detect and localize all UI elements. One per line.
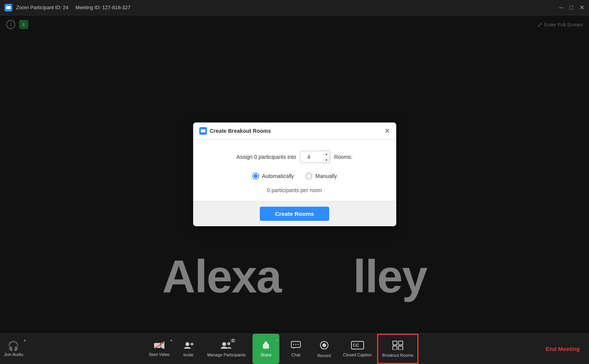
- participant-id: Zoom Participant ID: 24: [16, 5, 69, 10]
- svg-point-6: [222, 342, 226, 346]
- start-video-label: Start Video: [149, 352, 169, 357]
- manage-participants-icon: 1: [220, 341, 233, 351]
- closed-captions-label: Closed Caption: [343, 353, 372, 357]
- participants-count-badge: 1: [230, 339, 236, 343]
- share-label: Share: [260, 353, 271, 357]
- svg-point-15: [322, 343, 326, 347]
- title-bar: Zoom Participant ID: 24 Meeting ID: 127-…: [0, 0, 589, 15]
- manual-radio-circle: [305, 173, 312, 180]
- svg-point-12: [295, 344, 296, 345]
- join-audio-icon: 🎧: [8, 341, 19, 351]
- toolbar: 🎧 Join Audio ▲ Start Video ▲: [0, 333, 589, 364]
- svg-rect-8: [263, 344, 269, 349]
- join-audio-label: Join Audio: [4, 352, 23, 357]
- assign-label: Assign 0 participants into: [236, 154, 296, 160]
- chat-icon: [291, 341, 301, 351]
- auto-radio-dot: [254, 174, 258, 178]
- auto-radio-label: Automatically: [262, 173, 294, 179]
- svg-rect-21: [399, 346, 403, 350]
- participants-per-room: 0 participants per room: [208, 187, 381, 193]
- create-rooms-button[interactable]: Create Rooms: [260, 207, 330, 221]
- manage-participants-button[interactable]: 1 Manage Participants: [203, 334, 249, 364]
- toolbar-center: Start Video ▲ Invite: [27, 334, 536, 364]
- svg-point-11: [293, 344, 294, 345]
- rooms-stepper: ▲ ▼: [300, 150, 330, 163]
- record-label: Record: [317, 353, 331, 358]
- svg-rect-20: [393, 346, 397, 350]
- svg-marker-9: [264, 341, 268, 344]
- record-button[interactable]: Record: [311, 334, 338, 364]
- auto-radio-circle: [252, 173, 259, 180]
- svg-point-13: [297, 344, 299, 345]
- invite-icon: [183, 341, 194, 351]
- dialog-footer: Create Rooms: [193, 201, 396, 226]
- rooms-label: Rooms:: [334, 154, 353, 160]
- chat-button[interactable]: Chat: [282, 334, 309, 364]
- meeting-id: Meeting ID: 127-816-327: [75, 5, 131, 10]
- svg-point-3: [185, 342, 189, 346]
- stepper-buttons: ▲ ▼: [323, 150, 330, 163]
- manual-radio-label: Manually: [315, 173, 337, 179]
- record-icon: [319, 340, 329, 352]
- modal-overlay: Create Breakout Rooms ✕ Assign 0 partici…: [0, 15, 589, 333]
- title-bar-left: Zoom Participant ID: 24 Meeting ID: 127-…: [5, 4, 130, 11]
- zoom-logo: [5, 4, 12, 11]
- minimize-button[interactable]: ─: [559, 5, 563, 11]
- invite-label: Invite: [184, 353, 194, 357]
- manually-option[interactable]: Manually: [305, 173, 337, 180]
- title-bar-controls: ─ □ ✕: [559, 5, 584, 11]
- dialog-zoom-logo: [199, 127, 207, 135]
- title-text: Zoom Participant ID: 24 Meeting ID: 127-…: [16, 5, 130, 10]
- svg-point-7: [227, 342, 230, 345]
- assign-row: Assign 0 participants into ▲ ▼ Rooms:: [208, 150, 381, 163]
- share-chevron: ▲: [276, 338, 279, 342]
- manage-participants-label: Manage Participants: [207, 353, 246, 357]
- breakout-rooms-icon: [392, 341, 403, 351]
- start-video-button[interactable]: Start Video ▲: [145, 334, 173, 364]
- dialog-title-bar: Create Breakout Rooms ✕: [193, 122, 396, 140]
- end-meeting-button[interactable]: End Meeting: [536, 334, 589, 364]
- chat-label: Chat: [291, 353, 300, 357]
- stepper-up-button[interactable]: ▲: [323, 151, 330, 157]
- breakout-rooms-button[interactable]: Breakout Rooms: [377, 334, 418, 364]
- closed-captions-icon: CC: [351, 341, 364, 351]
- window-close-button[interactable]: ✕: [579, 5, 584, 11]
- svg-rect-19: [399, 341, 403, 345]
- join-audio-button[interactable]: 🎧 Join Audio ▲: [0, 334, 27, 364]
- dialog-title-left: Create Breakout Rooms: [199, 127, 271, 135]
- dialog-body: Assign 0 participants into ▲ ▼ Rooms: A: [193, 140, 396, 201]
- breakout-rooms-label: Breakout Rooms: [382, 353, 413, 357]
- share-icon: [261, 341, 271, 351]
- join-audio-chevron: ▲: [23, 338, 26, 342]
- dialog-close-button[interactable]: ✕: [384, 127, 390, 134]
- toolbar-right: End Meeting: [536, 334, 589, 364]
- start-video-chevron: ▲: [170, 338, 173, 342]
- start-video-icon: [154, 341, 165, 351]
- stepper-down-button[interactable]: ▼: [323, 157, 330, 163]
- breakout-rooms-dialog: Create Breakout Rooms ✕ Assign 0 partici…: [193, 122, 396, 226]
- rooms-number-input[interactable]: [300, 151, 323, 163]
- assignment-type-row: Automatically Manually: [208, 173, 381, 180]
- maximize-button[interactable]: □: [569, 5, 573, 11]
- share-button[interactable]: Share ▲: [253, 334, 279, 364]
- invite-button[interactable]: Invite: [175, 334, 202, 364]
- svg-text:CC: CC: [353, 343, 359, 348]
- toolbar-left: 🎧 Join Audio ▲: [0, 334, 27, 364]
- svg-rect-18: [393, 341, 397, 345]
- automatically-option[interactable]: Automatically: [252, 173, 294, 180]
- dialog-title-text: Create Breakout Rooms: [210, 128, 271, 134]
- closed-captions-button[interactable]: CC Closed Caption: [339, 334, 376, 364]
